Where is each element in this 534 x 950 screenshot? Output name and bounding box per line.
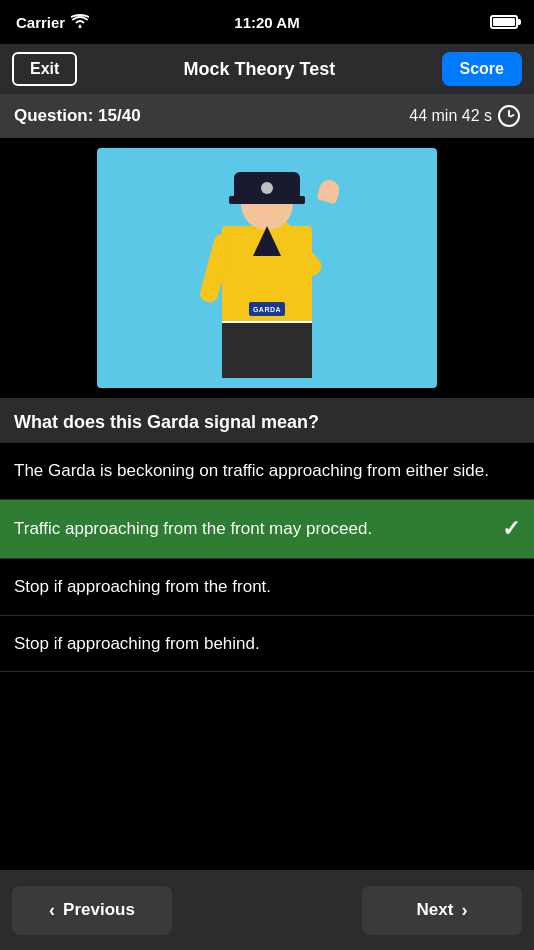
answers-section: The Garda is beckoning on traffic approa… [0,443,534,672]
garda-badge-text: GARDA [253,306,281,313]
nav-title: Mock Theory Test [184,59,336,80]
question-bar: Question: 15/40 44 min 42 s [0,94,534,138]
score-button[interactable]: Score [442,52,522,86]
garda-figure: GARDA [187,168,347,388]
battery-icon [490,15,518,29]
question-number: Question: 15/40 [14,106,141,126]
garda-hat-brim [229,196,305,204]
exit-button[interactable]: Exit [12,52,77,86]
next-label: Next [417,900,454,920]
wifi-icon [71,14,89,31]
previous-button[interactable]: ‹ Previous [12,886,172,935]
nav-bar: Exit Mock Theory Test Score [0,44,534,94]
garda-badge: GARDA [249,302,285,316]
answer-text-3: Stop if approaching from the front. [14,575,520,599]
garda-hat-badge [261,182,273,194]
battery-fill [493,18,515,26]
chevron-left-icon: ‹ [49,900,55,921]
garda-illustration: GARDA [97,148,437,388]
next-button[interactable]: Next › [362,886,522,935]
chevron-right-icon: › [461,900,467,921]
svg-point-0 [79,25,82,28]
checkmark-icon: ✓ [502,516,520,542]
status-time: 11:20 AM [234,14,299,31]
question-section: What does this Garda signal mean? [0,398,534,443]
carrier-info: Carrier [16,14,89,31]
question-image-container: GARDA [0,138,534,398]
timer: 44 min 42 s [409,105,520,127]
answer-text-2: Traffic approaching from the front may p… [14,517,492,541]
bottom-nav: ‹ Previous Next › [0,870,534,950]
garda-hand [316,178,341,204]
answer-item-3[interactable]: Stop if approaching from the front. [0,559,534,616]
answer-item-2[interactable]: Traffic approaching from the front may p… [0,500,534,559]
garda-legs [222,323,312,378]
timer-text: 44 min 42 s [409,107,492,125]
status-right [490,15,518,29]
answer-item-4[interactable]: Stop if approaching from behind. [0,616,534,673]
carrier-label: Carrier [16,14,65,31]
status-bar: Carrier 11:20 AM [0,0,534,44]
answer-text-1: The Garda is beckoning on traffic approa… [14,459,520,483]
answer-text-4: Stop if approaching from behind. [14,632,520,656]
previous-label: Previous [63,900,135,920]
question-text: What does this Garda signal mean? [14,412,520,433]
timer-icon [498,105,520,127]
answer-item-1[interactable]: The Garda is beckoning on traffic approa… [0,443,534,500]
